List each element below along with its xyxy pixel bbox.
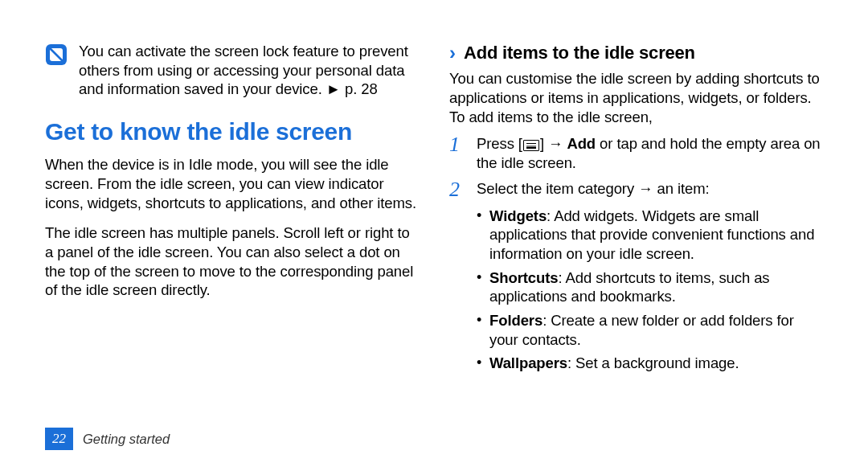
bullet-shortcuts-label: Shortcuts — [489, 269, 558, 286]
page-number-badge: 22 — [45, 428, 73, 450]
main-heading: Get to know the idle screen — [45, 117, 419, 147]
step-number-2: 2 — [449, 179, 472, 200]
subheading: Add items to the idle screen — [464, 42, 695, 64]
bullet-wallpapers: Wallpapers: Set a background image. — [477, 354, 823, 373]
step1-add: Add — [567, 135, 596, 152]
footer-section-name: Getting started — [83, 431, 170, 448]
intro-paragraph-2: The idle screen has multiple panels. Scr… — [45, 223, 419, 300]
step1-mid: ] → — [540, 135, 567, 152]
left-column: You can activate the screen lock feature… — [45, 42, 419, 378]
step-number-1: 1 — [449, 134, 472, 155]
subsection-intro: You can customise the idle screen by add… — [449, 69, 823, 126]
intro-paragraph-1: When the device is in Idle mode, you wil… — [45, 155, 419, 212]
bullet-shortcuts: Shortcuts: Add shortcuts to items, such … — [477, 268, 823, 306]
menu-icon — [523, 140, 539, 151]
page-footer: 22 Getting started — [45, 428, 170, 450]
note-block: You can activate the screen lock feature… — [45, 42, 419, 99]
note-icon — [45, 43, 68, 66]
bullet-widgets-label: Widgets — [489, 207, 547, 224]
step-2-body: Select the item category → an item: — [477, 179, 823, 199]
note-text: You can activate the screen lock feature… — [79, 42, 419, 99]
right-column: › Add items to the idle screen You can c… — [449, 42, 823, 378]
bullet-folders-label: Folders — [489, 312, 542, 329]
bullet-wallpapers-label: Wallpapers — [489, 354, 567, 371]
step-1-body: Press [] → Add or tap and hold the empty… — [477, 134, 823, 172]
bullet-folders: Folders: Create a new folder or add fold… — [477, 311, 823, 349]
bullet-widgets: Widgets: Add widgets. Widgets are small … — [477, 207, 823, 264]
chevron-icon: › — [449, 43, 456, 63]
step-2: 2 Select the item category → an item: — [449, 179, 823, 200]
bullet-wallpapers-text: : Set a background image. — [567, 354, 739, 371]
subheading-row: › Add items to the idle screen — [449, 42, 823, 64]
step-1: 1 Press [] → Add or tap and hold the emp… — [449, 134, 823, 172]
bullet-list: Widgets: Add widgets. Widgets are small … — [477, 207, 823, 373]
step1-pre: Press [ — [477, 135, 522, 152]
